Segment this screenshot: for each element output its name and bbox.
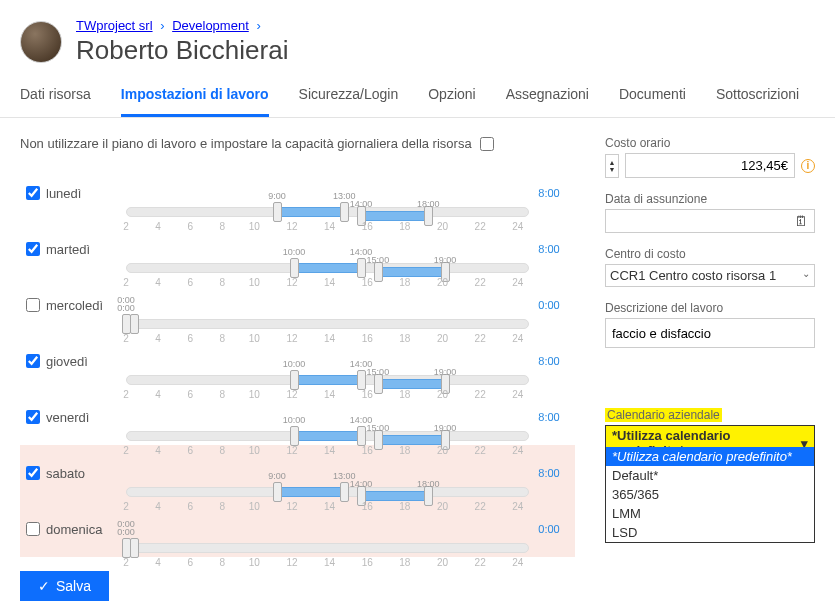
day-checkbox-lunedi[interactable] xyxy=(26,186,40,200)
breadcrumb: TWproject srl › Development › xyxy=(76,18,288,33)
day-label: mercoledì xyxy=(46,298,103,313)
cost-spinner[interactable]: ▲▼ xyxy=(605,154,619,178)
day-label: giovedì xyxy=(46,354,88,369)
breadcrumb-link-0[interactable]: TWproject srl xyxy=(76,18,153,33)
day-total: 8:00 xyxy=(529,187,569,199)
day-total: 8:00 xyxy=(529,411,569,423)
chevron-right-icon: › xyxy=(160,18,164,33)
day-slider-mercoledi[interactable]: 0:000:0024681012141618202224 xyxy=(126,297,529,313)
day-total: 8:00 xyxy=(529,243,569,255)
capacity-label: Non utilizzare il piano di lavoro e impo… xyxy=(20,136,472,151)
day-label: lunedì xyxy=(46,186,81,201)
calendar-option[interactable]: 365/365 xyxy=(606,485,814,504)
work-desc-input[interactable] xyxy=(605,318,815,348)
day-label: martedì xyxy=(46,242,90,257)
cost-center-label: Centro di costo xyxy=(605,247,815,261)
calendar-icon[interactable]: 🗓 xyxy=(794,213,808,229)
tab-assegnazioni[interactable]: Assegnazioni xyxy=(506,76,589,117)
calendar-option[interactable]: LMM xyxy=(606,504,814,523)
day-checkbox-mercoledi[interactable] xyxy=(26,298,40,312)
chevron-up-icon: ▲ xyxy=(609,159,616,166)
chevron-right-icon: › xyxy=(256,18,260,33)
tab-sicurezza-login[interactable]: Sicurezza/Login xyxy=(299,76,399,117)
tab-impostazioni-di-lavoro[interactable]: Impostazioni di lavoro xyxy=(121,76,269,117)
cost-label: Costo orario xyxy=(605,136,815,150)
day-total: 0:00 xyxy=(529,523,569,535)
tab-documenti[interactable]: Documenti xyxy=(619,76,686,117)
breadcrumb-link-1[interactable]: Development xyxy=(172,18,249,33)
day-checkbox-sabato[interactable] xyxy=(26,466,40,480)
work-desc-label: Descrizione del lavoro xyxy=(605,301,815,315)
tab-sottoscrizioni[interactable]: Sottoscrizioni xyxy=(716,76,799,117)
tab-opzioni[interactable]: Opzioni xyxy=(428,76,475,117)
chevron-down-icon: ⌄ xyxy=(802,268,810,279)
company-calendar-select[interactable]: *Utilizza calendario predefinito* ▾ *Uti… xyxy=(605,425,815,461)
day-label: domenica xyxy=(46,522,102,537)
day-label: sabato xyxy=(46,466,85,481)
save-button[interactable]: Salva xyxy=(20,571,109,601)
day-slider-lunedi[interactable]: 9:0013:0014:0018:0024681012141618202224 xyxy=(126,185,529,201)
day-row-lunedi: lunedì9:0013:0014:0018:00246810121416182… xyxy=(20,165,575,221)
chevron-down-icon: ▼ xyxy=(609,166,616,173)
day-checkbox-giovedi[interactable] xyxy=(26,354,40,368)
calendar-option[interactable]: LSD xyxy=(606,523,814,542)
day-slider-sabato[interactable]: 9:0013:0014:0018:0024681012141618202224 xyxy=(126,465,529,481)
day-total: 8:00 xyxy=(529,355,569,367)
day-total: 8:00 xyxy=(529,467,569,479)
day-checkbox-venerdi[interactable] xyxy=(26,410,40,424)
day-slider-venerdi[interactable]: 10:0014:0015:0019:0024681012141618202224 xyxy=(126,409,529,425)
avatar xyxy=(20,21,62,63)
day-checkbox-martedi[interactable] xyxy=(26,242,40,256)
capacity-checkbox[interactable] xyxy=(480,137,494,151)
calendar-option[interactable]: *Utilizza calendario predefinito* xyxy=(606,447,814,466)
tabs: Dati risorsaImpostazioni di lavoroSicure… xyxy=(0,76,835,118)
day-slider-martedi[interactable]: 10:0014:0015:0019:0024681012141618202224 xyxy=(126,241,529,257)
day-label: venerdì xyxy=(46,410,89,425)
page-title: Roberto Bicchierai xyxy=(76,35,288,66)
day-checkbox-domenica[interactable] xyxy=(26,522,40,536)
cost-center-select[interactable]: CCR1 Centro costo risorsa 1⌄ xyxy=(605,264,815,287)
day-slider-giovedi[interactable]: 10:0014:0015:0019:0024681012141618202224 xyxy=(126,353,529,369)
company-calendar-label: Calendario aziendale xyxy=(605,408,815,422)
hire-date-label: Data di assunzione xyxy=(605,192,815,206)
calendar-option[interactable]: Default* xyxy=(606,466,814,485)
tab-dati-risorsa[interactable]: Dati risorsa xyxy=(20,76,91,117)
cost-input[interactable] xyxy=(625,153,795,178)
day-total: 0:00 xyxy=(529,299,569,311)
info-icon: i xyxy=(801,159,815,173)
day-slider-domenica[interactable]: 0:000:0024681012141618202224 xyxy=(126,521,529,537)
